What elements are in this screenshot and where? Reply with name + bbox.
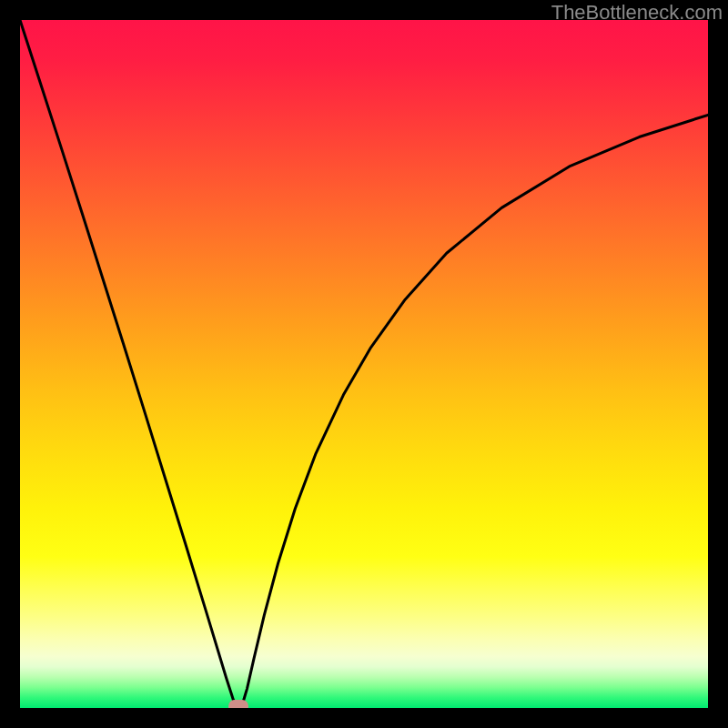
watermark-text: TheBottleneck.com — [551, 1, 723, 25]
plot-area — [20, 20, 708, 708]
bottleneck-curve — [20, 20, 708, 708]
optimum-marker — [228, 700, 248, 708]
outer-frame: TheBottleneck.com — [0, 0, 728, 728]
